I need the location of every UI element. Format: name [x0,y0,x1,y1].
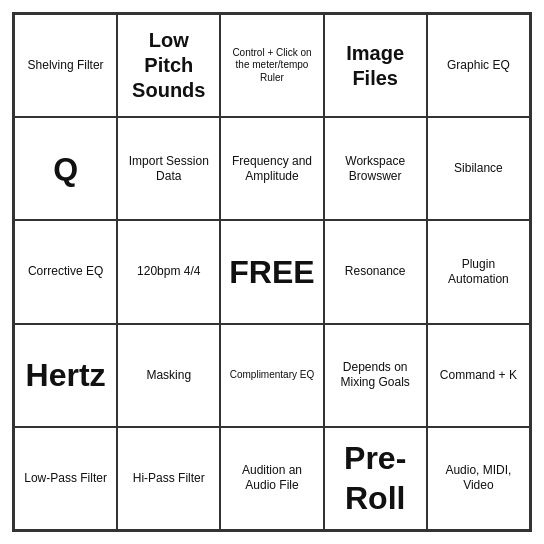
cell-4: Graphic EQ [427,14,530,117]
cell-15: Hertz [14,324,117,427]
cell-text-6: Import Session Data [122,154,215,184]
cell-6: Import Session Data [117,117,220,220]
cell-8: Workspace Browswer [324,117,427,220]
cell-text-3: Image Files [329,41,422,91]
cell-17: Complimentary EQ [220,324,323,427]
cell-text-19: Command + K [440,368,517,383]
cell-text-14: Plugin Automation [432,257,525,287]
cell-7: Frequency and Amplitude [220,117,323,220]
cell-text-10: Corrective EQ [28,264,103,279]
cell-text-15: Hertz [26,355,106,395]
cell-text-0: Shelving Filter [28,58,104,73]
cell-16: Masking [117,324,220,427]
cell-24: Audio, MIDI, Video [427,427,530,530]
cell-text-11: 120bpm 4/4 [137,264,200,279]
cell-text-8: Workspace Browswer [329,154,422,184]
cell-text-7: Frequency and Amplitude [225,154,318,184]
cell-23: Pre-Roll [324,427,427,530]
cell-18: Depends on Mixing Goals [324,324,427,427]
cell-11: 120bpm 4/4 [117,220,220,323]
cell-20: Low-Pass Filter [14,427,117,530]
cell-22: Audition an Audio File [220,427,323,530]
cell-text-13: Resonance [345,264,406,279]
cell-12: FREE [220,220,323,323]
cell-text-2: Control + Click on the meter/tempo Ruler [225,47,318,85]
cell-text-9: Sibilance [454,161,503,176]
cell-text-1: Low Pitch Sounds [122,28,215,103]
cell-text-23: Pre-Roll [329,438,422,518]
cell-text-4: Graphic EQ [447,58,510,73]
cell-text-16: Masking [146,368,191,383]
cell-text-24: Audio, MIDI, Video [432,463,525,493]
cell-2: Control + Click on the meter/tempo Ruler [220,14,323,117]
cell-0: Shelving Filter [14,14,117,117]
cell-19: Command + K [427,324,530,427]
cell-1: Low Pitch Sounds [117,14,220,117]
cell-text-21: Hi-Pass Filter [133,471,205,486]
cell-text-20: Low-Pass Filter [24,471,107,486]
cell-5: Q [14,117,117,220]
cell-text-5: Q [53,149,78,189]
bingo-card: Shelving FilterLow Pitch SoundsControl +… [12,12,532,532]
cell-13: Resonance [324,220,427,323]
cell-text-17: Complimentary EQ [230,369,314,382]
cell-14: Plugin Automation [427,220,530,323]
cell-text-18: Depends on Mixing Goals [329,360,422,390]
cell-9: Sibilance [427,117,530,220]
cell-text-12: FREE [229,252,314,292]
cell-3: Image Files [324,14,427,117]
cell-text-22: Audition an Audio File [225,463,318,493]
cell-21: Hi-Pass Filter [117,427,220,530]
cell-10: Corrective EQ [14,220,117,323]
